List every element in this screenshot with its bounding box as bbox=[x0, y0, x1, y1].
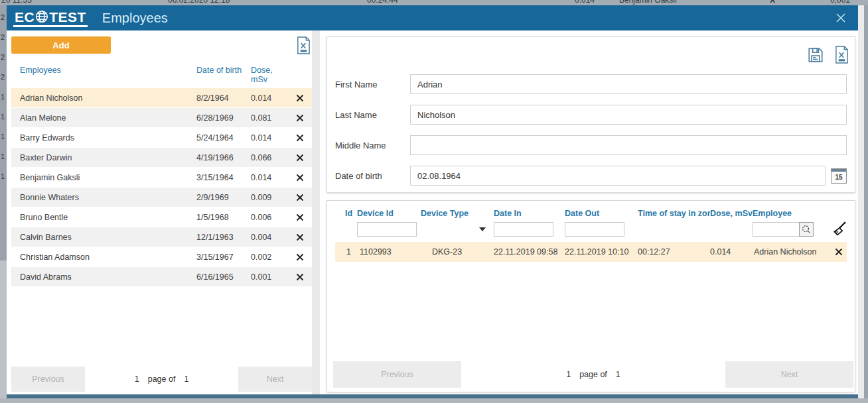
delete-record-button[interactable] bbox=[830, 248, 847, 256]
employee-dose: 0.066 bbox=[251, 153, 291, 162]
export-excel-button[interactable] bbox=[834, 46, 849, 64]
column-header-dob: Date of birth bbox=[196, 66, 251, 84]
employee-row[interactable]: Bruno Bentle 1/5/1968 0.006 bbox=[11, 207, 312, 227]
delete-employee-button[interactable] bbox=[291, 114, 309, 122]
titlebar: EC TEST Employees bbox=[7, 5, 858, 30]
background-digit: 2 bbox=[1, 73, 5, 93]
employee-row[interactable]: Barry Edwards 5/24/1964 0.014 bbox=[11, 128, 312, 147]
employee-row[interactable]: Adrian Nicholson 8/2/1964 0.014 bbox=[11, 88, 312, 107]
employee-row[interactable]: Christian Adamson 3/15/1967 0.002 bbox=[11, 247, 312, 266]
bg-cell: 06.02.2020 12:18 bbox=[168, 0, 230, 5]
delete-employee-button[interactable] bbox=[291, 253, 309, 261]
middle-name-label: Middle Name bbox=[335, 141, 410, 150]
column-header-date-in: Date In bbox=[494, 209, 565, 218]
dob-field[interactable] bbox=[410, 166, 826, 186]
employees-pagination: Previous 1 page of 1 Next bbox=[11, 367, 312, 392]
employee-row[interactable]: Calvin Barnes 12/1/1963 0.004 bbox=[11, 227, 312, 247]
devices-pagination: Previous 1 page of 1 Next bbox=[333, 361, 853, 388]
delete-employee-button[interactable] bbox=[291, 94, 309, 102]
delete-x-icon bbox=[835, 248, 843, 256]
delete-employee-button[interactable] bbox=[291, 213, 309, 221]
date-in-filter-input[interactable] bbox=[494, 222, 553, 237]
employees-panel: Add Employees Date of birth Dose, mSv A bbox=[7, 30, 312, 394]
devices-table-body: 1 1102993 DKG-23 22.11.2019 09:58 22.11.… bbox=[335, 242, 847, 262]
device-record-id: 1 bbox=[335, 247, 357, 257]
export-excel-button[interactable] bbox=[296, 36, 311, 54]
bg-cell: 20 11:53 bbox=[1, 0, 32, 5]
employee-name: Calvin Barnes bbox=[20, 233, 196, 242]
middle-name-field[interactable] bbox=[410, 135, 847, 155]
last-name-field[interactable] bbox=[410, 105, 847, 125]
window-content: Add Employees Date of birth Dose, mSv A bbox=[7, 30, 858, 394]
previous-page-button[interactable]: Previous bbox=[333, 361, 461, 388]
employee-row[interactable]: Baxter Darwin 4/19/1966 0.066 bbox=[11, 148, 312, 167]
current-page: 1 bbox=[135, 374, 139, 384]
employee-form-card: First Name Last Name Middle Name Date of… bbox=[326, 36, 855, 193]
page-of-label: page of bbox=[579, 370, 607, 379]
page-indicator: 1 page of 1 bbox=[135, 374, 189, 384]
employee-name: Adrian Nicholson bbox=[20, 93, 196, 103]
devices-table-header: Id Device Id Device Type Date In Date Ou… bbox=[335, 209, 847, 218]
delete-employee-button[interactable] bbox=[291, 233, 309, 241]
employee-row[interactable]: Bonnie Whaters 2/9/1969 0.009 bbox=[11, 188, 312, 207]
add-employee-button[interactable]: Add bbox=[11, 36, 111, 54]
total-pages: 1 bbox=[616, 370, 620, 379]
form-toolbar bbox=[807, 46, 849, 64]
employee-row[interactable]: Alan Melone 6/28/1969 0.081 bbox=[11, 108, 312, 127]
employee-dob: 2/9/1969 bbox=[196, 193, 251, 202]
search-icon bbox=[801, 224, 812, 235]
column-header-device-id: Device Id bbox=[357, 209, 421, 218]
background-digit: 1 bbox=[1, 93, 5, 113]
first-name-label: First Name bbox=[335, 80, 410, 89]
date-out-filter-input[interactable] bbox=[565, 222, 624, 237]
employee-name: Christian Adamson bbox=[20, 253, 196, 262]
device-id-filter-input[interactable] bbox=[357, 222, 417, 237]
background-window-top-strip: 20 11:53 06.02.2020 12:18 00:24:44 0.014… bbox=[0, 0, 868, 5]
background-digit: 1 bbox=[1, 113, 5, 133]
column-header-dose: Dose, mSv bbox=[251, 66, 291, 84]
employee-dob: 6/16/1965 bbox=[196, 272, 251, 282]
device-type-dropdown-arrow-icon[interactable] bbox=[479, 227, 486, 231]
delete-x-icon bbox=[296, 273, 304, 281]
employee-name: Bruno Bentle bbox=[20, 213, 196, 222]
background-digit: 2 bbox=[1, 33, 5, 53]
clear-filters-button[interactable] bbox=[830, 221, 847, 237]
globe-icon bbox=[35, 10, 48, 23]
employees-toolbar: Add bbox=[11, 36, 311, 54]
employee-filter-search-button[interactable] bbox=[799, 222, 814, 237]
date-in: 22.11.2019 09:58 bbox=[494, 247, 565, 257]
employee-row[interactable]: Benjamin Gaksli 3/15/1964 0.014 bbox=[11, 168, 312, 187]
next-page-button[interactable]: Next bbox=[238, 367, 312, 392]
panel-divider bbox=[312, 30, 320, 394]
page-of-label: page of bbox=[148, 374, 176, 384]
delete-x-icon bbox=[296, 174, 304, 182]
delete-employee-button[interactable] bbox=[291, 174, 309, 182]
bg-cell: Benjamin Gaksli bbox=[619, 0, 677, 5]
device-record-row[interactable]: 1 1102993 DKG-23 22.11.2019 09:58 22.11.… bbox=[335, 242, 847, 262]
excel-export-icon bbox=[834, 46, 849, 64]
delete-employee-button[interactable] bbox=[291, 154, 309, 162]
employee-form: First Name Last Name Middle Name Date of… bbox=[335, 74, 847, 186]
previous-page-button[interactable]: Previous bbox=[11, 367, 85, 392]
employee-name: Benjamin Gaksli bbox=[20, 173, 196, 182]
calendar-button[interactable]: 15 bbox=[831, 168, 847, 184]
employee-name: David Abrams bbox=[20, 272, 196, 282]
delete-employee-button[interactable] bbox=[291, 273, 309, 281]
employee-detail-panel: First Name Last Name Middle Name Date of… bbox=[320, 30, 858, 394]
employee-dose: 0.014 bbox=[251, 133, 291, 143]
save-button[interactable] bbox=[807, 46, 824, 64]
next-page-button[interactable]: Next bbox=[725, 361, 853, 388]
ecotest-logo: EC TEST bbox=[13, 9, 88, 27]
employee-dose: 0.081 bbox=[251, 113, 291, 123]
logo-text-suffix: TEST bbox=[49, 10, 86, 24]
employee-row[interactable]: David Abrams 6/16/1965 0.001 bbox=[11, 267, 312, 286]
employee-dob: 1/5/1968 bbox=[196, 213, 251, 222]
column-header-id: Id bbox=[335, 209, 357, 218]
employees-window: EC TEST Employees Add bbox=[7, 5, 858, 398]
delete-employee-button[interactable] bbox=[291, 134, 309, 142]
close-icon[interactable] bbox=[835, 13, 846, 23]
employee-dose: 0.014 bbox=[251, 173, 291, 182]
employee-dose: 0.002 bbox=[251, 253, 291, 262]
first-name-field[interactable] bbox=[410, 74, 847, 94]
delete-employee-button[interactable] bbox=[291, 194, 309, 202]
